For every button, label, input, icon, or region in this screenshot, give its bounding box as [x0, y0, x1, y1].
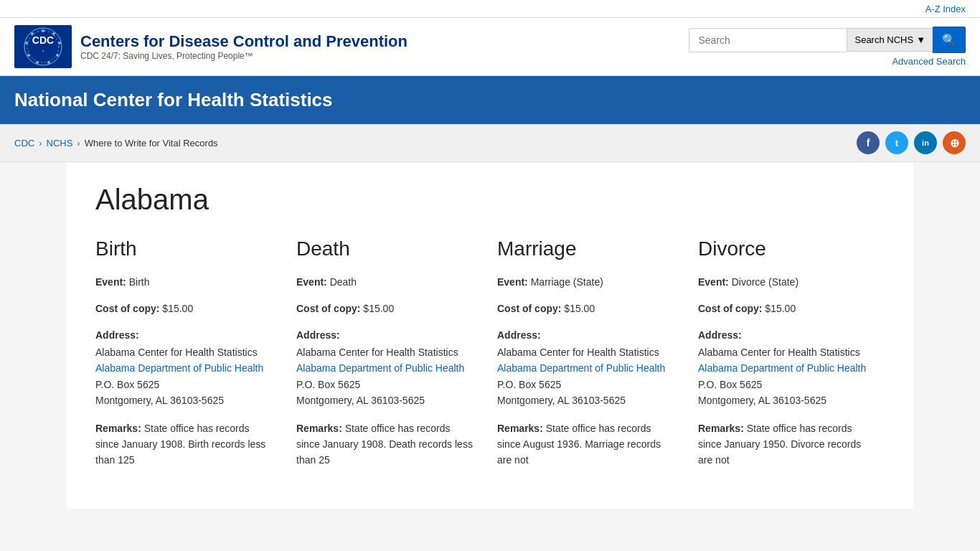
death-address-line-3: P.O. Box 5625: [296, 377, 476, 392]
logo-area: CDC • Centers for Disease Control and Pr…: [14, 25, 407, 68]
cdc-logo: CDC •: [14, 25, 72, 68]
page-title: Alabama: [95, 184, 885, 216]
search-submit-button[interactable]: 🔍: [933, 27, 966, 53]
birth-address-line-4: Montgomery, AL 36103-5625: [95, 392, 275, 408]
death-remarks-field: Remarks: State office has records since …: [296, 420, 476, 468]
breadcrumb: CDC › NCHS › Where to Write for Vital Re…: [14, 138, 218, 149]
divorce-cost-value: $15.00: [765, 303, 796, 314]
svg-point-9: [47, 61, 50, 64]
divorce-remarks-label: Remarks:: [698, 423, 744, 434]
birth-address-dept-link[interactable]: Alabama Department of Public Health: [95, 362, 263, 374]
marriage-address-dept-link[interactable]: Alabama Department of Public Health: [497, 362, 665, 374]
marriage-remarks-field: Remarks: State office has records since …: [497, 420, 677, 468]
marriage-column: Marriage Event: Marriage (State) Cost of…: [497, 237, 684, 480]
main-content: Alabama Birth Event: Birth Cost of copy:…: [67, 162, 913, 509]
marriage-remarks-label: Remarks:: [497, 423, 543, 434]
marriage-event-field: Event: Marriage (State): [497, 275, 677, 290]
breadcrumb-current: Where to Write for Vital Records: [85, 138, 218, 149]
death-remarks-label: Remarks:: [296, 423, 342, 434]
marriage-address-label: Address:: [497, 328, 677, 343]
header: CDC • Centers for Disease Control and Pr…: [0, 18, 980, 76]
svg-point-8: [56, 54, 59, 57]
death-address-line-2: Alabama Department of Public Health: [296, 360, 476, 376]
blue-banner: National Center for Health Statistics: [0, 76, 980, 124]
birth-address-line-2: Alabama Department of Public Health: [95, 360, 275, 376]
linkedin-icon: in: [922, 138, 929, 147]
death-event-field: Event: Death: [296, 275, 476, 290]
syndicate-button[interactable]: ⊕: [943, 131, 966, 154]
marriage-heading: Marriage: [497, 237, 677, 260]
marriage-event-label: Event:: [497, 276, 528, 288]
birth-event-label: Event:: [95, 276, 126, 288]
divorce-address-dept-link[interactable]: Alabama Department of Public Health: [698, 362, 866, 374]
divorce-heading: Divorce: [698, 237, 877, 260]
search-input[interactable]: [689, 28, 847, 52]
svg-text:•: •: [42, 49, 44, 53]
marriage-cost-field: Cost of copy: $15.00: [497, 301, 677, 316]
social-icons: f t in ⊕: [857, 131, 966, 154]
cdc-logo-icon: CDC •: [14, 25, 72, 68]
birth-remarks-field: Remarks: State office has records since …: [95, 420, 275, 468]
marriage-address-line-2: Alabama Department of Public Health: [497, 360, 677, 376]
divorce-event-field: Event: Divorce (State): [698, 275, 877, 290]
divorce-address-field: Address: Alabama Center for Health Stati…: [698, 328, 877, 409]
svg-point-11: [27, 54, 30, 57]
marriage-address-line-4: Montgomery, AL 36103-5625: [497, 392, 677, 408]
facebook-share-button[interactable]: f: [857, 131, 880, 154]
search-scope-button[interactable]: Search NCHS ▼: [847, 28, 933, 52]
facebook-icon: f: [867, 137, 870, 149]
breadcrumb-separator-2: ›: [77, 138, 80, 149]
logo-text: Centers for Disease Control and Preventi…: [80, 32, 407, 61]
birth-cost-field: Cost of copy: $15.00: [95, 301, 275, 316]
death-cost-label: Cost of copy:: [296, 303, 360, 314]
marriage-cost-value: $15.00: [564, 303, 595, 314]
death-address-dept-link[interactable]: Alabama Department of Public Health: [296, 362, 464, 374]
death-address-field: Address: Alabama Center for Health Stati…: [296, 328, 476, 409]
birth-event-field: Event: Birth: [95, 275, 275, 290]
birth-event-value: Birth: [129, 276, 150, 288]
divorce-address-line-1: Alabama Center for Health Statistics: [698, 344, 877, 360]
divorce-remarks-field: Remarks: State office has records since …: [698, 420, 877, 468]
death-address-block: Alabama Center for Health Statistics Ala…: [296, 344, 476, 409]
linkedin-share-button[interactable]: in: [914, 131, 937, 154]
blue-banner-title: National Center for Health Statistics: [14, 89, 333, 110]
breadcrumb-cdc-link[interactable]: CDC: [14, 138, 34, 149]
death-cost-value: $15.00: [363, 303, 394, 314]
twitter-share-button[interactable]: t: [885, 131, 908, 154]
search-scope-label: Search NCHS: [854, 34, 913, 45]
divorce-address-line-3: P.O. Box 5625: [698, 377, 877, 392]
divorce-cost-field: Cost of copy: $15.00: [698, 301, 877, 316]
marriage-address-field: Address: Alabama Center for Health Stati…: [497, 328, 677, 409]
divorce-cost-label: Cost of copy:: [698, 303, 762, 314]
az-index-link[interactable]: A-Z Index: [925, 4, 966, 14]
birth-address-label: Address:: [95, 328, 275, 343]
divorce-address-label: Address:: [698, 328, 877, 343]
death-address-line-1: Alabama Center for Health Statistics: [296, 344, 476, 360]
birth-address-block: Alabama Center for Health Statistics Ala…: [95, 344, 275, 409]
marriage-address-line-1: Alabama Center for Health Statistics: [497, 344, 677, 360]
birth-address-line-3: P.O. Box 5625: [95, 377, 275, 392]
death-heading: Death: [296, 237, 476, 260]
death-column: Death Event: Death Cost of copy: $15.00 …: [296, 237, 483, 480]
logo-main-title: Centers for Disease Control and Preventi…: [80, 32, 407, 51]
advanced-search-link[interactable]: Advanced Search: [892, 56, 966, 67]
divorce-event-label: Event:: [698, 276, 729, 288]
birth-cost-value: $15.00: [162, 303, 193, 314]
search-icon: 🔍: [942, 34, 956, 46]
birth-remarks-label: Remarks:: [95, 423, 141, 434]
svg-point-6: [52, 32, 55, 35]
records-grid: Birth Event: Birth Cost of copy: $15.00 …: [95, 237, 885, 480]
death-address-label: Address:: [296, 328, 476, 343]
divorce-address-line-2: Alabama Department of Public Health: [698, 360, 877, 376]
death-event-label: Event:: [296, 276, 327, 288]
death-address-line-4: Montgomery, AL 36103-5625: [296, 392, 476, 408]
breadcrumb-bar: CDC › NCHS › Where to Write for Vital Re…: [0, 124, 980, 162]
search-row: Search NCHS ▼ 🔍: [689, 27, 966, 53]
birth-address-field: Address: Alabama Center for Health Stati…: [95, 328, 275, 409]
breadcrumb-nchs-link[interactable]: NCHS: [47, 138, 73, 149]
chevron-down-icon: ▼: [916, 34, 925, 45]
divorce-address-block: Alabama Center for Health Statistics Ala…: [698, 344, 877, 409]
divorce-event-value: Divorce (State): [732, 276, 798, 288]
marriage-event-value: Marriage (State): [531, 276, 603, 288]
birth-heading: Birth: [95, 237, 275, 260]
